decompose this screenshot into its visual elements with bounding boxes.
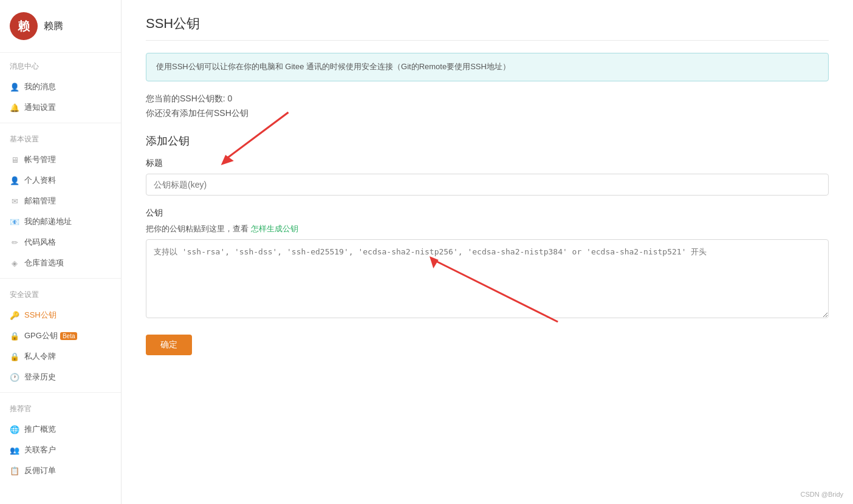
sidebar-label-promo-overview: 推广概览	[24, 424, 56, 435]
sidebar-item-code-style[interactable]: ✏ 代码风格	[0, 232, 121, 253]
title-label: 标题	[146, 158, 829, 169]
user-icon: 👤	[10, 83, 19, 92]
key-icon: 🔑	[10, 311, 19, 320]
pencil-icon: ✏	[10, 238, 19, 247]
no-keys-msg: 你还没有添加任何SSH公钥	[146, 108, 829, 119]
sidebar-label-private-token: 私人令牌	[24, 351, 56, 362]
sidebar-section-referral: 推荐官 🌐 推广概览 👥 关联客户 📋 反佣订单	[0, 395, 121, 483]
sidebar-item-referred-customers[interactable]: 👥 关联客户	[0, 440, 121, 460]
section-title-referral: 推荐官	[0, 404, 121, 419]
list-icon: 📋	[10, 466, 19, 475]
sidebar-item-ssh-key[interactable]: 🔑 SSH公钥	[0, 305, 121, 325]
key-form-group: 公钥 把你的公钥粘贴到这里，查看 怎样生成公钥	[146, 208, 829, 320]
footer-note: CSDN @Bridy	[801, 491, 843, 498]
sidebar-item-account-manage[interactable]: 🖥 帐号管理	[0, 149, 121, 170]
key-textarea[interactable]	[146, 239, 829, 318]
email-icon: 📧	[10, 217, 19, 226]
sidebar-section-basic: 基本设置 🖥 帐号管理 👤 个人资料 ✉ 邮箱管理 📧 我的邮递地址	[0, 126, 121, 276]
sidebar-item-my-email[interactable]: 📧 我的邮递地址	[0, 211, 121, 232]
beta-badge: Beta	[60, 332, 78, 340]
sidebar-label-gpg-key: GPG公钥	[24, 330, 58, 341]
generate-key-link[interactable]: 怎样生成公钥	[251, 224, 298, 233]
sidebar-label-repo-prefs: 仓库首选项	[24, 257, 64, 268]
title-input[interactable]	[146, 174, 829, 196]
people-icon: 👥	[10, 446, 19, 455]
sidebar-label-email-manage: 邮箱管理	[24, 196, 56, 206]
sidebar-label-referred-customers: 关联客户	[24, 444, 56, 455]
person-icon: 👤	[10, 176, 19, 185]
sidebar-label-my-email: 我的邮递地址	[24, 216, 72, 227]
sidebar: 赖 赖腾 消息中心 👤 我的消息 🔔 通知设置 基本设置	[0, 0, 122, 504]
sidebar-label-ssh-key: SSH公钥	[24, 310, 57, 321]
ssh-count: 您当前的SSH公钥数: 0	[146, 94, 829, 104]
section-title-messages: 消息中心	[0, 61, 121, 77]
bell-icon: 🔔	[10, 103, 19, 112]
sidebar-item-profile[interactable]: 👤 个人资料	[0, 170, 121, 191]
key-label: 公钥	[146, 208, 829, 219]
sidebar-label-notify-settings: 通知设置	[24, 102, 56, 113]
sidebar-item-my-messages[interactable]: 👤 我的消息	[0, 77, 121, 97]
sidebar-item-private-token[interactable]: 🔒 私人令牌	[0, 346, 121, 367]
page-title: SSH公钥	[146, 15, 829, 41]
main-content: SSH公钥 使用SSH公钥可以让你在你的电脑和 Gitee 通讯的时候使用安全连…	[122, 0, 853, 504]
user-section: 赖 赖腾	[0, 0, 121, 53]
sidebar-label-code-style: 代码风格	[24, 237, 56, 248]
sidebar-nav: 消息中心 👤 我的消息 🔔 通知设置 基本设置 🖥 帐号管理	[0, 53, 121, 504]
sidebar-label-login-history: 登录历史	[24, 372, 56, 383]
lock2-icon: 🔒	[10, 352, 19, 361]
envelope-icon: ✉	[10, 197, 19, 206]
avatar: 赖	[10, 12, 38, 40]
sidebar-section-security: 安全设置 🔑 SSH公钥 🔒 GPG公钥 Beta 🔒 私人令牌 🕐 登录历史	[0, 281, 121, 390]
add-key-section-title: 添加公钥	[146, 134, 829, 148]
repo-icon: ◈	[10, 259, 19, 268]
sidebar-label-profile: 个人资料	[24, 175, 56, 186]
info-box: 使用SSH公钥可以让你在你的电脑和 Gitee 通讯的时候使用安全连接（Git的…	[146, 53, 829, 81]
sidebar-item-repo-prefs[interactable]: ◈ 仓库首选项	[0, 253, 121, 273]
title-form-group: 标题	[146, 158, 829, 196]
key-description: 把你的公钥粘贴到这里，查看 怎样生成公钥	[146, 223, 829, 234]
sidebar-label-rebate-orders: 反佣订单	[24, 465, 56, 476]
monitor-icon: 🖥	[10, 155, 19, 165]
sidebar-item-promo-overview[interactable]: 🌐 推广概览	[0, 419, 121, 440]
sidebar-item-gpg-key[interactable]: 🔒 GPG公钥 Beta	[0, 325, 121, 346]
globe-icon: 🌐	[10, 425, 19, 434]
sidebar-item-login-history[interactable]: 🕐 登录历史	[0, 367, 121, 387]
section-title-security: 安全设置	[0, 290, 121, 305]
sidebar-section-messages: 消息中心 👤 我的消息 🔔 通知设置	[0, 53, 121, 120]
confirm-button[interactable]: 确定	[146, 335, 192, 355]
sidebar-label-my-messages: 我的消息	[24, 81, 56, 92]
sidebar-item-notify-settings[interactable]: 🔔 通知设置	[0, 97, 121, 118]
lock-icon: 🔒	[10, 332, 19, 341]
sidebar-item-email-manage[interactable]: ✉ 邮箱管理	[0, 191, 121, 211]
sidebar-item-rebate-orders[interactable]: 📋 反佣订单	[0, 460, 121, 481]
section-title-basic: 基本设置	[0, 134, 121, 149]
sidebar-label-account-manage: 帐号管理	[24, 154, 56, 165]
clock-icon: 🕐	[10, 373, 19, 382]
username: 赖腾	[44, 20, 63, 33]
